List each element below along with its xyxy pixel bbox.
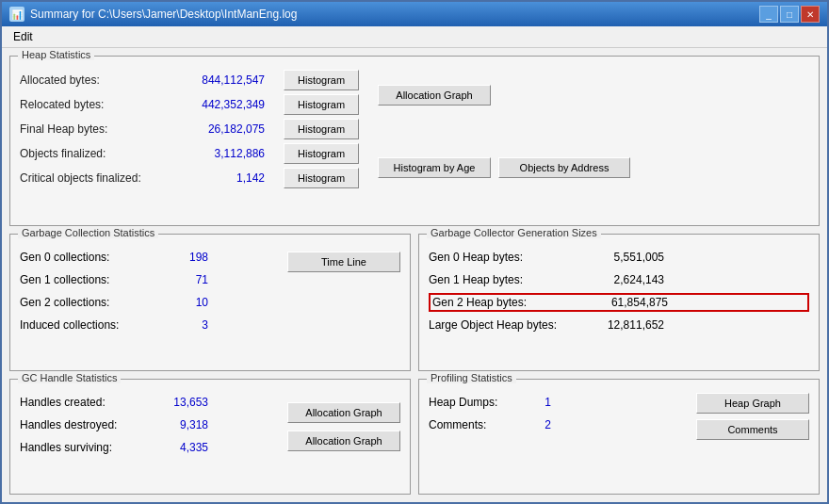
gen-row-0: Gen 0 Heap bytes: 5,551,005 (429, 248, 809, 267)
profiling-inner: Heap Dumps: 1 Comments: 2 Heap Graph Com… (429, 387, 809, 440)
gc-stats-inner: Gen 0 collections: 198 Gen 1 collections… (20, 242, 400, 338)
histogram-btn-3[interactable]: Histogram (284, 143, 359, 164)
handle-row-0: Handles created: 13,653 (20, 393, 280, 412)
gc-handle-title: GC Handle Statistics (18, 372, 121, 383)
gc-gen-title: Garbage Collector Generation Sizes (427, 227, 601, 238)
handle-value-0: 13,653 (156, 396, 208, 409)
gen-label-2: Gen 2 Heap bytes: (432, 296, 593, 309)
handle-alloc-graph-btn-1[interactable]: Allocation Graph (287, 431, 400, 451)
gc-label-0: Gen 0 collections: (20, 251, 161, 264)
histogram-btn-4[interactable]: Histogram (284, 168, 359, 188)
gen-label-0: Gen 0 Heap bytes: (429, 251, 589, 264)
profiling-label-0: Heap Dumps: (429, 396, 523, 409)
menu-bar: Edit (2, 26, 827, 48)
heap-stats-panel: Heap Statistics Allocated bytes: 844,112… (9, 56, 820, 226)
title-bar-left: 📊 Summary for C:\Users\Jamer\Desktop\Int… (9, 7, 297, 22)
profiling-value-0: 1 (523, 396, 551, 409)
handle-table: Handles created: 13,653 Handles destroye… (20, 393, 280, 461)
handle-label-2: Handles surviving: (20, 441, 156, 454)
gc-value-2: 10 (161, 296, 208, 309)
histogram-btn-0[interactable]: Histogram (284, 70, 359, 90)
gc-btn-col: Time Line (287, 248, 400, 338)
gen-row-3: Large Object Heap bytes: 12,811,652 (429, 316, 809, 334)
handle-value-1: 9,318 (156, 418, 208, 431)
stat-value-3: 3,112,886 (180, 147, 265, 160)
gen-row-1: Gen 1 Heap bytes: 2,624,143 (429, 270, 809, 289)
main-window: 📊 Summary for C:\Users\Jamer\Desktop\Int… (0, 0, 829, 504)
profiling-table: Heap Dumps: 1 Comments: 2 (429, 393, 687, 440)
gc-table: Gen 0 collections: 198 Gen 1 collections… (20, 248, 278, 338)
profiling-row-0: Heap Dumps: 1 (429, 393, 687, 412)
handle-inner: Handles created: 13,653 Handles destroye… (20, 387, 400, 461)
gc-label-2: Gen 2 collections: (20, 296, 161, 309)
stat-value-4: 1,142 (180, 171, 265, 185)
title-buttons: _ □ ✕ (759, 6, 820, 23)
app-icon: 📊 (9, 7, 24, 22)
profiling-panel: Profiling Statistics Heap Dumps: 1 Comme… (418, 379, 820, 495)
title-bar: 📊 Summary for C:\Users\Jamer\Desktop\Int… (2, 2, 827, 26)
gc-value-1: 71 (161, 273, 208, 286)
stat-label-2: Final Heap bytes: (20, 122, 180, 136)
heap-stats-title: Heap Statistics (18, 49, 94, 60)
profiling-value-1: 2 (523, 418, 551, 431)
gen-value-0: 5,551,005 (589, 251, 664, 264)
profiling-row-1: Comments: 2 (429, 415, 687, 434)
gc-row-0: Gen 0 collections: 198 (20, 248, 278, 267)
gc-stats-title: Garbage Collection Statistics (18, 227, 158, 238)
gc-value-0: 198 (161, 251, 208, 264)
content-area: Heap Statistics Allocated bytes: 844,112… (2, 48, 827, 502)
gen-value-3: 12,811,652 (589, 318, 664, 332)
comments-button[interactable]: Comments (696, 419, 809, 440)
histogram-by-age-button[interactable]: Histogram by Age (378, 157, 491, 178)
stat-row-3: Objects finalized: 3,112,886 (20, 143, 265, 164)
histogram-btn-2[interactable]: Histogram (284, 119, 359, 139)
menu-edit[interactable]: Edit (6, 28, 41, 45)
gc-row-3: Induced collections: 3 (20, 316, 278, 334)
heap-right-buttons: Allocation Graph Histogram by Age Object… (378, 70, 630, 192)
gc-label-1: Gen 1 collections: (20, 273, 161, 286)
handle-label-0: Handles created: (20, 396, 156, 409)
heap-stats-inner: Allocated bytes: 844,112,547 Relocated b… (20, 64, 809, 192)
profiling-title: Profiling Statistics (427, 372, 516, 383)
histogram-btn-1[interactable]: Histogram (284, 94, 359, 115)
histogram-buttons-col: Histogram Histogram Histogram Histogram … (284, 70, 359, 192)
handle-value-2: 4,335 (156, 441, 208, 454)
maximize-button[interactable]: □ (780, 6, 799, 23)
gen-label-3: Large Object Heap bytes: (429, 318, 589, 332)
stat-value-2: 26,182,075 (180, 122, 265, 136)
objects-by-address-button[interactable]: Objects by Address (498, 157, 630, 178)
gen-row-2: Gen 2 Heap bytes: 61,854,875 (429, 293, 809, 312)
stat-row-4: Critical objects finalized: 1,142 (20, 168, 265, 188)
profiling-btns: Heap Graph Comments (696, 393, 809, 440)
gen-table: Gen 0 Heap bytes: 5,551,005 Gen 1 Heap b… (429, 242, 809, 334)
gc-stats-panel: Garbage Collection Statistics Gen 0 coll… (9, 234, 411, 372)
gc-value-3: 3 (161, 318, 208, 332)
stat-label-0: Allocated bytes: (20, 73, 180, 87)
profiling-label-1: Comments: (429, 418, 523, 431)
stat-value-1: 442,352,349 (180, 98, 265, 111)
handle-btns: Allocation Graph Allocation Graph (287, 393, 400, 461)
gen-label-1: Gen 1 Heap bytes: (429, 273, 589, 286)
heap-right-row1: Allocation Graph (378, 85, 630, 106)
window-title: Summary for C:\Users\Jamer\Desktop\IntMa… (30, 8, 297, 21)
handle-alloc-graph-btn-0[interactable]: Allocation Graph (287, 402, 400, 423)
gc-row-1: Gen 1 collections: 71 (20, 270, 278, 289)
stat-label-3: Objects finalized: (20, 147, 180, 160)
gc-gen-panel: Garbage Collector Generation Sizes Gen 0… (418, 234, 820, 372)
heap-stats-labels: Allocated bytes: 844,112,547 Relocated b… (20, 70, 265, 192)
allocation-graph-button[interactable]: Allocation Graph (378, 85, 491, 106)
stat-row-0: Allocated bytes: 844,112,547 (20, 70, 265, 90)
stat-label-4: Critical objects finalized: (20, 171, 180, 185)
timeline-button[interactable]: Time Line (287, 252, 400, 272)
minimize-button[interactable]: _ (759, 6, 778, 23)
gc-label-3: Induced collections: (20, 318, 161, 332)
heap-graph-button[interactable]: Heap Graph (696, 393, 809, 414)
stat-label-1: Relocated bytes: (20, 98, 180, 111)
gc-row-2: Gen 2 collections: 10 (20, 293, 278, 312)
handle-label-1: Handles destroyed: (20, 418, 156, 431)
heap-right-row2: Histogram by Age Objects by Address (378, 157, 630, 178)
gen-value-2: 61,854,875 (593, 296, 668, 309)
stat-value-0: 844,112,547 (180, 73, 265, 87)
stat-row-1: Relocated bytes: 442,352,349 (20, 94, 265, 115)
close-button[interactable]: ✕ (801, 6, 820, 23)
